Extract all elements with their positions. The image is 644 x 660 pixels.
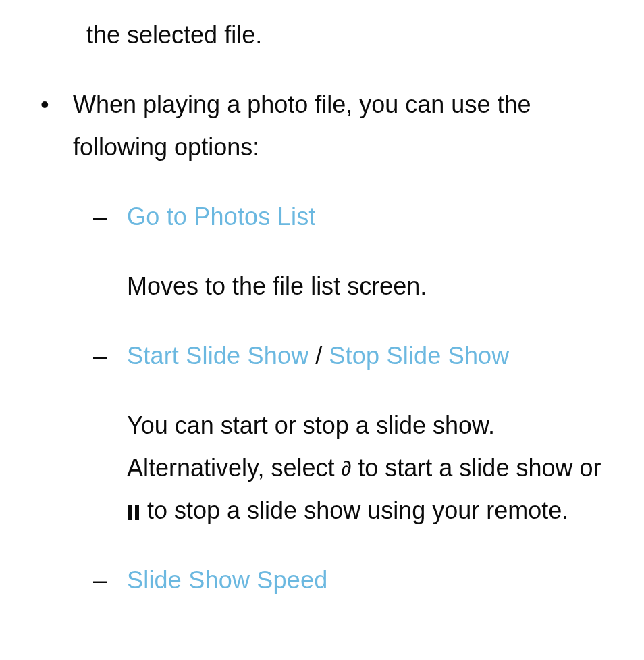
carryover-text: the selected file. bbox=[86, 14, 612, 56]
desc-text: to start a slide show or bbox=[351, 454, 601, 482]
option-item-slide-show-speed: Slide Show Speed bbox=[93, 559, 612, 601]
option-description: Moves to the file list screen. bbox=[127, 265, 612, 307]
options-list: Go to Photos List Moves to the file list… bbox=[93, 195, 612, 601]
desc-text: to stop a slide show using your remote. bbox=[140, 497, 568, 524]
option-description: You can start or stop a slide show. Alte… bbox=[127, 404, 612, 532]
bullet-text: When playing a photo file, you can use t… bbox=[73, 91, 531, 161]
pause-icon bbox=[127, 505, 140, 520]
option-item-go-to-photos-list: Go to Photos List Moves to the file list… bbox=[93, 195, 612, 307]
bulleted-list: When playing a photo file, you can use t… bbox=[32, 83, 612, 601]
option-title-start: Start Slide Show bbox=[127, 342, 308, 370]
option-title-stop: Stop Slide Show bbox=[329, 342, 509, 370]
option-item-slide-show-toggle: Start Slide Show / Stop Slide Show You c… bbox=[93, 334, 612, 532]
document-page: the selected file. When playing a photo … bbox=[0, 0, 644, 601]
option-title: Slide Show Speed bbox=[127, 566, 327, 594]
title-separator: / bbox=[308, 342, 329, 370]
bullet-item: When playing a photo file, you can use t… bbox=[32, 83, 612, 601]
play-icon: ∂ bbox=[341, 457, 351, 480]
option-title: Go to Photos List bbox=[127, 203, 316, 230]
